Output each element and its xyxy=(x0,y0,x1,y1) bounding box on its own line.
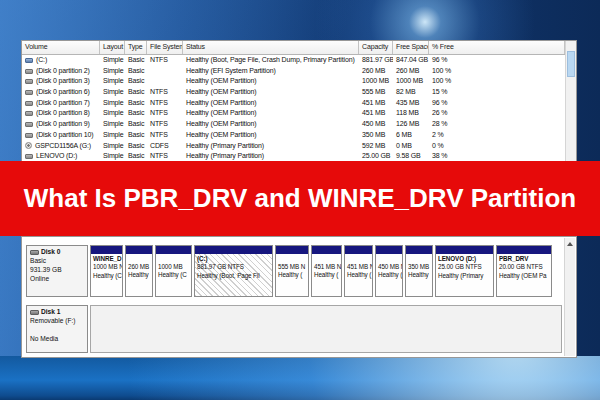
status-cell: Healthy (OEM Partition) xyxy=(183,98,359,109)
table-row[interactable]: (Disk 0 partition 7) Simple Basic NTFS H… xyxy=(22,98,576,109)
table-row[interactable]: (Disk 0 partition 9) Simple Basic NTFS H… xyxy=(22,119,576,130)
disk1-media-area[interactable] xyxy=(90,305,562,353)
partition-body: (C:) 881.97 GB NTFS Healthy (Boot, Page … xyxy=(195,254,272,296)
partition-block[interactable]: LENOVO (D:) 25.00 GB NTFS Healthy (Prima… xyxy=(435,245,494,297)
partition-color-bar xyxy=(406,246,432,254)
partition-block[interactable]: 451 MB N Healthy ( xyxy=(311,245,342,297)
status-cell: Healthy (EFI System Partition) xyxy=(183,66,359,77)
disk0-partitions: WINRE_D 1000 MB N Healthy (C 260 MB Heal… xyxy=(90,245,562,297)
partition-body: 450 MB N Healthy ( xyxy=(376,254,402,296)
layout-cell: Simple xyxy=(100,76,125,87)
pctfree-cell: 28 % xyxy=(429,119,565,130)
scroll-up-icon[interactable] xyxy=(566,240,574,248)
partition-status: Healthy ( xyxy=(314,271,339,279)
disk0-status: Online xyxy=(30,275,84,284)
desktop-wallpaper-bottom xyxy=(0,356,600,400)
filesystem-cell: NTFS xyxy=(147,55,183,66)
disk0-type: Basic xyxy=(30,257,84,266)
column-header[interactable]: Capacity xyxy=(359,41,393,54)
partition-color-bar xyxy=(126,246,152,254)
disk0-label[interactable]: Disk 0 Basic 931.39 GB Online xyxy=(26,245,88,297)
drive-icon xyxy=(25,101,33,106)
column-header[interactable]: Type xyxy=(125,41,147,54)
partition-size: 1000 MB N xyxy=(93,263,120,271)
partition-block[interactable]: 450 MB N Healthy ( xyxy=(375,245,403,297)
layout-cell: Simple xyxy=(100,108,125,119)
disk0-row: Disk 0 Basic 931.39 GB Online WINRE_D 10… xyxy=(26,245,562,297)
disk-icon xyxy=(30,250,39,255)
partition-size: 1000 MB xyxy=(158,263,189,271)
column-header[interactable]: Free Space xyxy=(393,41,429,54)
column-header[interactable]: File System xyxy=(147,41,183,54)
partition-name: PBR_DRV xyxy=(499,255,549,263)
type-cell: Basic xyxy=(125,98,147,109)
pctfree-cell: 26 % xyxy=(429,108,565,119)
partition-block[interactable]: 260 MB Healthy xyxy=(125,245,153,297)
filesystem-cell: NTFS xyxy=(147,108,183,119)
partition-color-bar xyxy=(312,246,341,254)
disk1-status: No Media xyxy=(30,335,84,344)
freespace-cell: 82 MB xyxy=(393,87,429,98)
pctfree-cell: 2 % xyxy=(429,130,565,141)
partition-color-bar xyxy=(91,246,122,254)
table-row[interactable]: (Disk 0 partition 3) Simple Basic Health… xyxy=(22,76,576,87)
drive-icon xyxy=(25,133,33,138)
partition-color-bar xyxy=(156,246,191,254)
column-header[interactable]: Volume xyxy=(22,41,100,54)
partition-name xyxy=(408,255,430,263)
partition-block[interactable]: 350 MB Healthy xyxy=(405,245,433,297)
freespace-cell: 847.04 GB xyxy=(393,55,429,66)
layout-cell: Simple xyxy=(100,141,125,152)
partition-status: Healthy ( xyxy=(347,271,370,279)
table-row[interactable]: (C:) Simple Basic NTFS Healthy (Boot, Pa… xyxy=(22,55,576,66)
table-row[interactable]: (Disk 0 partition 6) Simple Basic NTFS H… xyxy=(22,87,576,98)
volume-cell: (Disk 0 partition 2) xyxy=(22,66,100,77)
partition-block[interactable]: PBR_DRV 20.00 GB NTFS Healthy (OEM Pa xyxy=(496,245,552,297)
status-cell: Healthy (OEM Partition) xyxy=(183,130,359,141)
freespace-cell: 260 MB xyxy=(393,66,429,77)
partition-color-bar xyxy=(345,246,372,254)
partition-block[interactable]: WINRE_D 1000 MB N Healthy (C xyxy=(90,245,123,297)
partition-size: 25.00 GB NTFS xyxy=(438,263,491,271)
partition-name xyxy=(314,255,339,263)
partition-block[interactable]: 451 MB N Healthy ( xyxy=(344,245,373,297)
pctfree-cell: 0 % xyxy=(429,141,565,152)
column-header[interactable]: Layout xyxy=(100,41,125,54)
freespace-cell: 0 MB xyxy=(393,141,429,152)
partition-size: 350 MB xyxy=(408,263,430,271)
type-cell: Basic xyxy=(125,108,147,119)
status-cell: Healthy (OEM Partition) xyxy=(183,76,359,87)
table-row[interactable]: (Disk 0 partition 10) Simple Basic NTFS … xyxy=(22,130,576,141)
partition-status: Healthy (C xyxy=(93,272,120,280)
table-row[interactable]: (Disk 0 partition 8) Simple Basic NTFS H… xyxy=(22,108,576,119)
partition-block[interactable]: 555 MB N Healthy ( xyxy=(275,245,309,297)
type-cell: Basic xyxy=(125,141,147,152)
column-header[interactable]: Status xyxy=(183,41,359,54)
partition-size: 451 MB N xyxy=(314,263,339,271)
capacity-cell: 350 MB xyxy=(359,130,393,141)
table-row[interactable]: GSPCD1156A (G:) Simple Basic CDFS Health… xyxy=(22,141,576,152)
volume-name: GSPCD1156A (G:) xyxy=(35,141,91,152)
volume-cell: (Disk 0 partition 10) xyxy=(22,130,100,141)
partition-size: 881.97 GB NTFS xyxy=(197,263,270,271)
graphical-view-pane: Disk 0 Basic 931.39 GB Online WINRE_D 10… xyxy=(21,236,577,358)
volume-list-scrollbar[interactable] xyxy=(565,41,576,161)
pctfree-cell: 100 % xyxy=(429,66,565,77)
partition-color-bar xyxy=(436,246,493,254)
partition-body: PBR_DRV 20.00 GB NTFS Healthy (OEM Pa xyxy=(497,254,551,296)
type-cell: Basic xyxy=(125,130,147,141)
scrollbar-thumb[interactable] xyxy=(567,51,575,77)
graphical-view-scrollbar[interactable] xyxy=(564,238,575,356)
partition-status: Healthy xyxy=(128,271,150,279)
capacity-cell: 450 MB xyxy=(359,119,393,130)
partition-size: 555 MB N xyxy=(278,263,306,271)
disk1-label[interactable]: Disk 1 Removable (F:) No Media xyxy=(26,305,88,353)
partition-block[interactable]: (C:) 881.97 GB NTFS Healthy (Boot, Page … xyxy=(194,245,273,297)
table-row[interactable]: (Disk 0 partition 2) Simple Basic Health… xyxy=(22,66,576,77)
partition-status: Healthy (Primary xyxy=(438,272,491,280)
freespace-cell: 118 MB xyxy=(393,108,429,119)
column-header[interactable]: % Free xyxy=(429,41,565,54)
capacity-cell: 555 MB xyxy=(359,87,393,98)
partition-block[interactable]: 1000 MB Healthy (C xyxy=(155,245,192,297)
filesystem-cell: NTFS xyxy=(147,87,183,98)
